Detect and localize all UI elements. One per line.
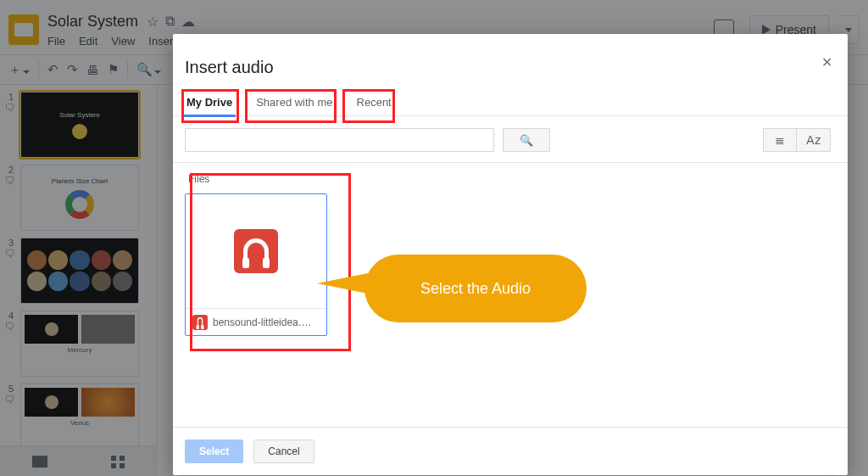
search-icon: 🔍 xyxy=(520,134,533,147)
callout-text: Select the Audio xyxy=(420,280,531,298)
annotation-callout: Select the Audio xyxy=(364,255,587,322)
select-button[interactable]: Select xyxy=(185,440,243,463)
dialog-title: Insert audio xyxy=(173,34,848,92)
audio-file-icon xyxy=(234,229,278,273)
close-button[interactable]: ✕ xyxy=(821,54,832,70)
sort-button[interactable]: Aᴢ xyxy=(797,128,831,152)
list-icon: ≣ xyxy=(775,133,785,147)
files-section-label: Files xyxy=(188,173,836,185)
tab-shared-with-me[interactable]: Shared with me xyxy=(254,92,334,115)
tab-recent[interactable]: Recent xyxy=(355,92,393,115)
search-button[interactable]: 🔍 xyxy=(503,128,550,152)
audio-file-card[interactable]: bensound-littleidea…. xyxy=(185,193,327,336)
cancel-button[interactable]: Cancel xyxy=(253,440,314,463)
audio-file-icon xyxy=(192,315,208,330)
search-input[interactable] xyxy=(185,128,494,152)
file-name: bensound-littleidea…. xyxy=(213,316,311,328)
sort-icon: Aᴢ xyxy=(806,133,820,147)
list-view-button[interactable]: ≣ xyxy=(763,128,797,152)
tab-my-drive[interactable]: My Drive xyxy=(185,92,234,115)
